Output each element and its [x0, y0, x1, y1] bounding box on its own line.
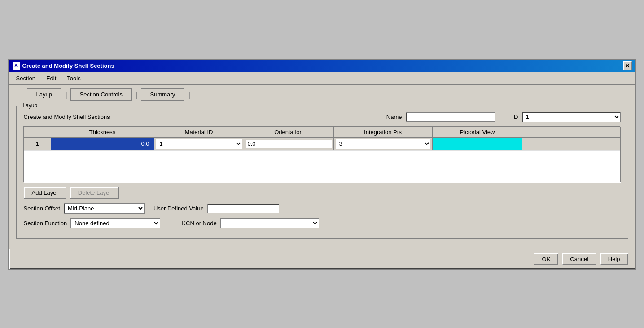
layup-group: Layup Create and Modify Shell Sections N… [16, 106, 628, 239]
kcn-label: KCN or Node [182, 220, 216, 227]
material-select[interactable]: 1 [156, 139, 242, 149]
menu-section[interactable]: Section [14, 74, 37, 83]
help-button[interactable]: Help [600, 253, 628, 265]
cancel-button[interactable]: Cancel [562, 253, 596, 265]
menu-edit[interactable]: Edit [44, 74, 58, 83]
col-pictorial-view: Pictorial View [433, 127, 522, 137]
integration-select[interactable]: 3 [336, 139, 430, 149]
col-thickness: Thickness [51, 127, 154, 137]
cell-material-id[interactable]: 1 [154, 138, 244, 150]
section-function-label: Section Function [24, 220, 67, 227]
add-layer-button[interactable]: Add Layer [24, 187, 66, 199]
tab-divider-2: | [133, 92, 141, 100]
table-header: Thickness Material ID Orientation Integr… [24, 127, 620, 138]
title-bar: Λ Create and Modify Shell Sections ✕ [9, 60, 635, 72]
tabs-bar: Layup | Section Controls | Summary | [9, 85, 635, 101]
layer-buttons-row: Add Layer Delete Layer [24, 187, 621, 199]
cell-row-num: 1 [24, 138, 51, 150]
tab-section-controls[interactable]: Section Controls [70, 88, 132, 101]
main-window: Λ Create and Modify Shell Sections ✕ Sec… [8, 59, 636, 270]
section-function-row: Section Function None defined KCN or Nod… [24, 218, 621, 228]
section-offset-select[interactable]: Mid-Plane Top Surface Bottom Surface Use… [64, 203, 145, 214]
close-button[interactable]: ✕ [623, 61, 632, 70]
tab-divider-1: | [62, 92, 70, 100]
col-integration-pts: Integration Pts [334, 127, 433, 137]
title-label: Create and Modify Shell Sections [24, 114, 110, 120]
content-area: Layup Create and Modify Shell Sections N… [9, 101, 635, 249]
thickness-input[interactable] [53, 140, 151, 148]
ok-button[interactable]: OK [534, 253, 558, 265]
col-orientation: Orientation [244, 127, 334, 137]
table-row: 1 1 3 [24, 138, 620, 150]
cell-pictorial [433, 138, 522, 150]
name-id-row: Create and Modify Shell Sections Name ID… [24, 112, 621, 122]
tab-divider-3: | [185, 92, 193, 100]
menu-tools[interactable]: Tools [65, 74, 82, 83]
app-icon: Λ [13, 62, 20, 70]
footer-buttons: OK Cancel Help [9, 249, 635, 269]
pictorial-line [443, 144, 512, 144]
cell-orientation[interactable] [244, 138, 334, 150]
table-empty-area [24, 150, 620, 182]
section-offset-label: Section Offset [24, 205, 60, 212]
section-offset-row: Section Offset Mid-Plane Top Surface Bot… [24, 203, 621, 214]
menu-bar: Section Edit Tools [9, 72, 635, 85]
window-title: Create and Modify Shell Sections [22, 62, 114, 69]
kcn-select[interactable] [220, 218, 319, 228]
name-input[interactable] [406, 112, 495, 122]
id-select[interactable]: 1 [522, 112, 621, 122]
layer-table: Thickness Material ID Orientation Integr… [24, 127, 621, 182]
name-label: Name [386, 114, 402, 120]
tab-layup[interactable]: Layup [27, 88, 61, 101]
col-material-id: Material ID [154, 127, 244, 137]
cell-integration-pts[interactable]: 3 [334, 138, 433, 150]
tab-summary[interactable]: Summary [141, 88, 185, 101]
group-box-label: Layup [21, 102, 39, 109]
section-function-select[interactable]: None defined [70, 218, 160, 228]
col-num [24, 127, 51, 137]
delete-layer-button[interactable]: Delete Layer [70, 187, 119, 199]
cell-thickness[interactable] [51, 138, 154, 150]
orientation-input[interactable] [246, 140, 332, 148]
title-bar-left: Λ Create and Modify Shell Sections [13, 62, 114, 70]
id-label: ID [513, 114, 518, 120]
user-defined-label: User Defined Value [153, 205, 204, 212]
user-defined-input[interactable] [207, 204, 279, 213]
